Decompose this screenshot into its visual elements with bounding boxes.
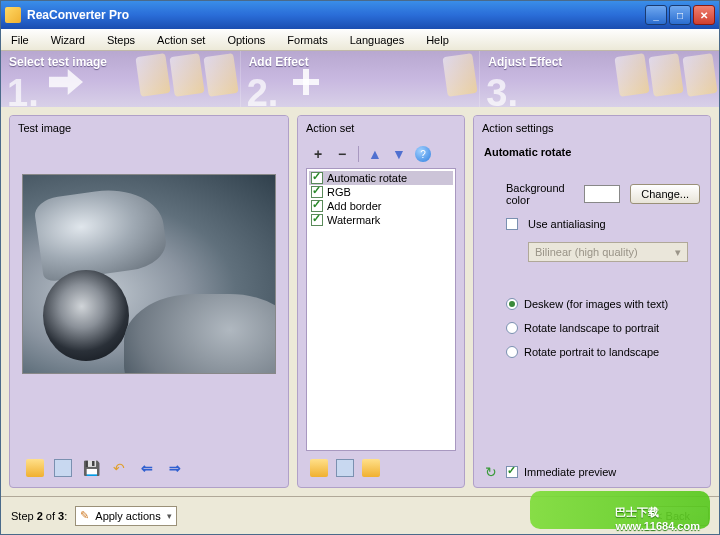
preview-image: [22, 174, 276, 374]
refresh-preview-icon[interactable]: ↻: [482, 463, 500, 481]
toolbar-separator: [358, 146, 359, 162]
menu-options[interactable]: Options: [223, 32, 269, 48]
step-action-combo[interactable]: ✎ Apply actions ▾: [75, 506, 176, 526]
arrow-right-icon: [49, 69, 83, 95]
radio-icon[interactable]: [506, 298, 518, 310]
bg-color-swatch[interactable]: [584, 185, 621, 203]
action-settings-label: Action settings: [474, 116, 710, 138]
antialias-row: Use antialiasing: [506, 218, 700, 230]
remove-action-icon[interactable]: −: [334, 146, 350, 162]
antialias-mode-row: Bilinear (high quality) ▾: [528, 242, 700, 262]
radio-deskew[interactable]: Deskew (for images with text): [506, 298, 700, 310]
antialias-checkbox[interactable]: [506, 218, 518, 230]
action-bottom-toolbar: [306, 451, 456, 481]
menu-formats[interactable]: Formats: [283, 32, 331, 48]
step-3-title: Adjust Effect: [488, 55, 711, 69]
undo-icon[interactable]: ↶: [110, 459, 128, 477]
close-button[interactable]: ✕: [693, 5, 715, 25]
image-toolbar: 💾 ↶ ⇐ ⇒: [18, 449, 280, 481]
antialias-mode-value: Bilinear (high quality): [535, 246, 638, 258]
step-1-number: 1.: [7, 72, 39, 107]
menu-help[interactable]: Help: [422, 32, 453, 48]
save-icon[interactable]: 💾: [82, 459, 100, 477]
combo-value: Apply actions: [95, 510, 160, 522]
step-indicator: Step 2 of 3:: [11, 510, 67, 522]
radio-label: Rotate landscape to portrait: [524, 322, 659, 334]
back-button[interactable]: < Back: [637, 506, 709, 526]
menu-file[interactable]: File: [7, 32, 33, 48]
action-item-label: Watermark: [327, 214, 380, 226]
immediate-preview-checkbox[interactable]: [506, 466, 518, 478]
checkbox-icon[interactable]: [311, 186, 323, 198]
test-image-label: Test image: [10, 116, 288, 138]
app-icon: [5, 7, 21, 23]
current-action-title: Automatic rotate: [484, 146, 700, 158]
antialias-label: Use antialiasing: [528, 218, 606, 230]
maximize-button[interactable]: □: [669, 5, 691, 25]
plus-icon: [293, 69, 319, 95]
change-color-button[interactable]: Change...: [630, 184, 700, 204]
menu-action-set[interactable]: Action set: [153, 32, 209, 48]
radio-label: Rotate portrait to landscape: [524, 346, 659, 358]
test-image-panel: Test image 💾 ↶ ⇐ ⇒: [9, 115, 289, 488]
copy-icon[interactable]: [54, 459, 72, 477]
step-2-title: Add Effect: [249, 55, 472, 69]
move-up-icon[interactable]: ▲: [367, 146, 383, 162]
minimize-button[interactable]: _: [645, 5, 667, 25]
action-settings-panel: Action settings Automatic rotate Backgro…: [473, 115, 711, 488]
action-item-label: Add border: [327, 200, 381, 212]
prev-image-icon[interactable]: ⇐: [138, 459, 156, 477]
move-down-icon[interactable]: ▼: [391, 146, 407, 162]
bg-color-label: Background color: [506, 182, 574, 206]
action-set-panel: Action set + − ▲ ▼ ? Automatic rotate: [297, 115, 465, 488]
add-action-icon[interactable]: +: [310, 146, 326, 162]
action-item-label: Automatic rotate: [327, 172, 407, 184]
action-toolbar: + − ▲ ▼ ?: [306, 144, 456, 168]
action-item-add-border[interactable]: Add border: [309, 199, 453, 213]
checkbox-icon[interactable]: [311, 172, 323, 184]
pencil-icon: ✎: [80, 509, 89, 522]
radio-icon[interactable]: [506, 322, 518, 334]
radio-icon[interactable]: [506, 346, 518, 358]
step-3-panel[interactable]: Adjust Effect 3.: [479, 51, 719, 107]
open-folder-icon[interactable]: [26, 459, 44, 477]
menubar: File Wizard Steps Action set Options For…: [1, 29, 719, 51]
bg-color-row: Background color Change...: [506, 182, 700, 206]
next-image-icon[interactable]: ⇒: [166, 459, 184, 477]
antialias-mode-select: Bilinear (high quality) ▾: [528, 242, 688, 262]
app-window: ReaConverter Pro _ □ ✕ File Wizard Steps…: [0, 0, 720, 535]
window-title: ReaConverter Pro: [27, 8, 645, 22]
step-ribbon: Select test image 1. Add Effect 2. Adjus…: [1, 51, 719, 107]
step-2-number: 2.: [247, 72, 279, 107]
action-item-rgb[interactable]: RGB: [309, 185, 453, 199]
action-item-watermark[interactable]: Watermark: [309, 213, 453, 227]
status-bar: Step 2 of 3: ✎ Apply actions ▾ < Back: [1, 496, 719, 534]
radio-label: Deskew (for images with text): [524, 298, 668, 310]
save-action-icon[interactable]: [336, 459, 354, 477]
settings-bottom-bar: ↻ Immediate preview: [474, 457, 710, 487]
content-area: Test image 💾 ↶ ⇐ ⇒ Action set: [1, 107, 719, 496]
step-1-panel[interactable]: Select test image 1.: [1, 51, 240, 107]
action-item-automatic-rotate[interactable]: Automatic rotate: [309, 171, 453, 185]
load-action-icon[interactable]: [362, 459, 380, 477]
action-item-label: RGB: [327, 186, 351, 198]
menu-steps[interactable]: Steps: [103, 32, 139, 48]
action-set-label: Action set: [298, 116, 464, 138]
step-1-title: Select test image: [9, 55, 232, 69]
titlebar: ReaConverter Pro _ □ ✕: [1, 1, 719, 29]
chevron-down-icon: ▾: [675, 246, 681, 259]
window-buttons: _ □ ✕: [645, 5, 715, 25]
chevron-down-icon: ▾: [167, 511, 172, 521]
help-icon[interactable]: ?: [415, 146, 431, 162]
menu-languages[interactable]: Languages: [346, 32, 408, 48]
step-2-panel[interactable]: Add Effect 2.: [240, 51, 480, 107]
radio-landscape-to-portrait[interactable]: Rotate landscape to portrait: [506, 322, 700, 334]
open-action-icon[interactable]: [310, 459, 328, 477]
checkbox-icon[interactable]: [311, 200, 323, 212]
checkbox-icon[interactable]: [311, 214, 323, 226]
step-3-number: 3.: [486, 72, 518, 107]
radio-portrait-to-landscape[interactable]: Rotate portrait to landscape: [506, 346, 700, 358]
action-list[interactable]: Automatic rotate RGB Add border Watermar…: [306, 168, 456, 451]
immediate-preview-label: Immediate preview: [524, 466, 616, 478]
menu-wizard[interactable]: Wizard: [47, 32, 89, 48]
